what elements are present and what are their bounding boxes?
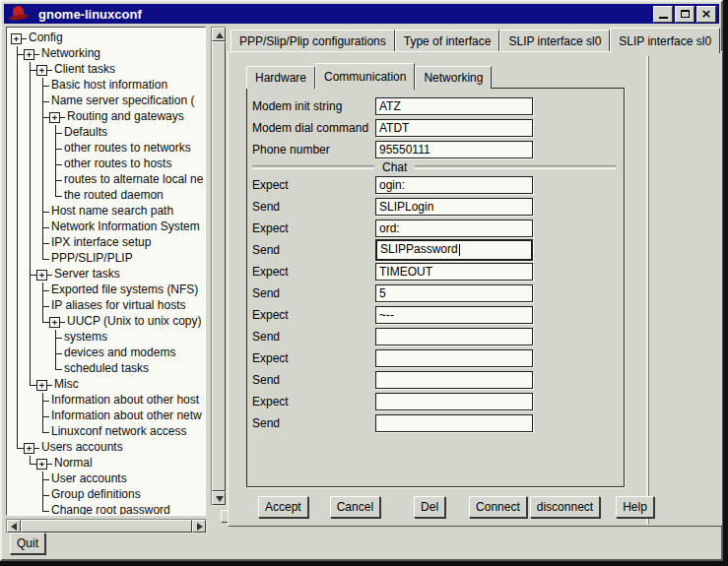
tree-item[interactable]: devices and modems [11, 346, 205, 361]
expander-plus-box-icon[interactable]: + [24, 443, 34, 454]
maximize-button[interactable] [675, 6, 695, 23]
disconnect-button[interactable]: disconnect [530, 496, 600, 518]
expander-plus-box-icon[interactable]: + [36, 459, 47, 470]
text-entry[interactable]: SLIPLogin [375, 198, 533, 216]
tree-item[interactable]: Change root password [11, 503, 205, 516]
tree-item[interactable]: systems [11, 330, 205, 346]
tree-item[interactable]: other routes to hosts [11, 157, 205, 172]
text-entry[interactable]: TIMEOUT [375, 263, 533, 281]
outer-tab-2[interactable]: Type of interface [395, 30, 500, 52]
tree-guide [36, 346, 49, 361]
tree-item[interactable]: +Config [11, 31, 205, 46]
text-entry[interactable]: ATZ [375, 97, 533, 115]
tree-guide [24, 377, 36, 393]
expander-plus-box-icon[interactable]: + [24, 49, 34, 60]
tree-guide [36, 235, 49, 251]
field-label: Send [252, 373, 375, 387]
tree-guide [24, 314, 36, 330]
communication-form: Modem init stringATZModem dial commandAT… [246, 88, 625, 487]
tree-vertical-scrollbar[interactable] [211, 27, 227, 506]
tree-item[interactable]: +Server tasks [11, 267, 205, 283]
tree-item[interactable]: +Users accounts [11, 440, 205, 456]
cancel-button[interactable]: Cancel [330, 496, 380, 518]
tree-guide [11, 109, 24, 125]
tree-guide [24, 267, 36, 283]
expander-plus-box-icon[interactable]: + [11, 33, 22, 44]
tree-item[interactable]: Host name search path [11, 204, 205, 220]
scroll-right-button[interactable] [192, 520, 206, 533]
text-entry[interactable]: SLIPPassword [375, 239, 533, 261]
tree-guide [24, 456, 36, 472]
tree-item[interactable]: +UUCP (Unix to unix copy) [11, 314, 205, 330]
outer-tab-3[interactable]: SLIP interface sl0 [499, 30, 610, 52]
tree-item[interactable]: IP aliases for virtual hosts [11, 298, 205, 314]
expander-plus-box-icon[interactable]: + [36, 65, 47, 76]
text-entry[interactable]: ~-- [375, 306, 533, 324]
tree-item[interactable]: Name server specification ( [11, 94, 205, 109]
tree-item[interactable]: other routes to networks [11, 141, 205, 157]
tree-item[interactable]: User accounts [11, 472, 205, 487]
text-entry[interactable] [375, 371, 533, 389]
expander-plus-box-icon[interactable]: + [49, 317, 60, 328]
tree-item[interactable]: IPX interface setup [11, 235, 205, 251]
scroll-left-button[interactable] [7, 520, 21, 533]
tree-item[interactable]: Basic host information [11, 78, 205, 94]
tree-item[interactable]: the routed daemon [11, 188, 205, 204]
tree-item[interactable]: Information about other netw [11, 409, 205, 424]
tree-item[interactable]: +Networking [11, 46, 205, 62]
expander-plus-box-icon[interactable]: + [36, 380, 47, 391]
text-entry[interactable]: ATDT [375, 119, 533, 137]
scroll-down-button[interactable] [212, 491, 226, 505]
tree-item[interactable]: Information about other host [11, 393, 205, 409]
text-entry[interactable] [375, 328, 533, 346]
window-controls: × [653, 6, 716, 23]
horizontal-scroll-thumb[interactable] [21, 520, 192, 533]
minimize-button[interactable] [653, 6, 673, 23]
tree-item[interactable]: Linuxconf network access [11, 424, 205, 440]
expander-plus-box-icon[interactable]: + [36, 270, 47, 281]
text-entry[interactable] [375, 414, 533, 432]
text-entry[interactable] [375, 349, 533, 367]
tree-guide [34, 440, 39, 456]
tree-item[interactable]: +Routing and gateways [11, 109, 205, 125]
tree-item[interactable]: +Normal [11, 456, 205, 472]
text-entry[interactable]: 5 [375, 284, 533, 302]
tree-horizontal-scrollbar[interactable] [6, 519, 207, 534]
text-entry[interactable]: ord: [375, 220, 533, 237]
tree-guide [24, 109, 36, 125]
tree-item[interactable]: Network Information System [11, 220, 205, 235]
tree-item[interactable]: scheduled tasks [11, 361, 205, 377]
tree-guide [36, 78, 49, 94]
tree-item[interactable]: routes to alternate local ne [11, 172, 205, 188]
tree-item[interactable]: +Misc [11, 377, 205, 393]
outer-tab-1[interactable]: PPP/Slip/Plip configurations [231, 30, 395, 52]
tree-item[interactable]: PPP/SLIP/PLIP [11, 251, 205, 267]
form-row: Expectord: [247, 218, 624, 239]
tree-item[interactable]: Group definitions [11, 487, 205, 503]
text-entry[interactable] [375, 393, 533, 410]
close-button[interactable]: × [696, 6, 716, 23]
outer-tab-4[interactable]: SLIP interface sl0 [610, 28, 720, 53]
form-row: Send [247, 412, 624, 434]
text-entry[interactable]: ogin: [375, 176, 533, 194]
inner-tab-1[interactable]: Hardware [246, 66, 315, 89]
tree-item-label: UUCP (Unix to unix copy) [67, 314, 202, 329]
del-button[interactable]: Del [414, 496, 445, 518]
tree-guide [24, 188, 36, 204]
tree-item[interactable]: +Client tasks [11, 62, 205, 78]
tree-item-label: Client tasks [54, 62, 115, 77]
quit-button[interactable]: Quit [10, 533, 45, 554]
vertical-scroll-thumb[interactable] [212, 41, 226, 491]
expander-plus-box-icon[interactable]: + [49, 112, 60, 123]
text-entry[interactable]: 95550111 [375, 141, 533, 158]
titlebar[interactable]: gnome-linuxconf × [4, 4, 719, 24]
inner-tab-3[interactable]: Networking [415, 66, 492, 89]
inner-tab-2[interactable]: Communication [315, 63, 415, 90]
scroll-up-button[interactable] [212, 28, 226, 41]
tree-item[interactable]: Defaults [11, 125, 205, 141]
tree-guide [36, 424, 49, 440]
help-button[interactable]: Help [616, 496, 654, 518]
tree-item[interactable]: Exported file systems (NFS) [11, 283, 205, 298]
connect-button[interactable]: Connect [469, 496, 527, 518]
accept-button[interactable]: Accept [258, 496, 308, 518]
